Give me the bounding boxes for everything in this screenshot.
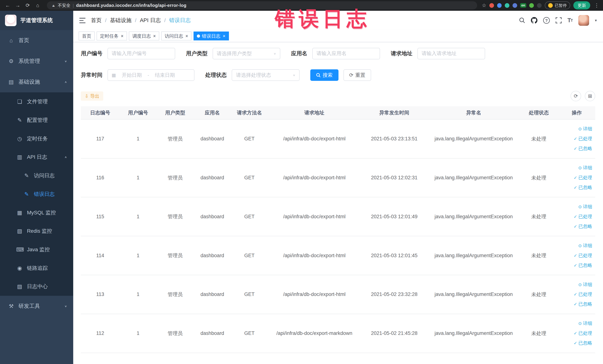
- check-icon: ✓: [574, 253, 577, 258]
- mark-ignored-link[interactable]: ✓已忽略: [560, 222, 592, 231]
- paused-badge[interactable]: 已暂停: [545, 1, 570, 9]
- view-icon: ⊙: [578, 282, 582, 287]
- user-type-select[interactable]: 请选择用户类型 ∨: [213, 48, 280, 59]
- hamburger-icon[interactable]: [79, 18, 85, 23]
- sidebar-item-system[interactable]: ⚙系统管理∨: [0, 51, 73, 71]
- refresh-table-button[interactable]: ⟳: [570, 91, 581, 101]
- sidebar: 芋道管理系统 ⌂首页⚙系统管理∨▤基础设施∧❏文件管理✎配置管理◷定时任务▥AP…: [0, 11, 73, 364]
- mark-processed-link[interactable]: ✓已处理: [560, 329, 592, 338]
- breadcrumb-item[interactable]: API 日志: [140, 17, 161, 24]
- font-size-icon[interactable]: TT: [568, 17, 573, 24]
- check-icon: ✓: [574, 146, 577, 151]
- extension-icon[interactable]: [529, 3, 534, 8]
- sidebar-item-access-log[interactable]: ✎访问日志: [0, 166, 73, 185]
- detail-link[interactable]: ⊙详细: [560, 202, 592, 212]
- tab-error-log[interactable]: 错误日志×: [194, 32, 229, 40]
- cell-status: 未处理: [520, 236, 558, 275]
- close-icon[interactable]: ×: [223, 34, 225, 38]
- forward-icon[interactable]: →: [13, 1, 23, 10]
- detail-link[interactable]: ⊙详细: [560, 163, 592, 173]
- cell-method: GET: [231, 236, 268, 275]
- view-icon: ⊙: [578, 321, 582, 326]
- help-icon[interactable]: ?: [543, 17, 550, 23]
- breadcrumb-item[interactable]: 首页: [91, 17, 102, 24]
- extension-icon[interactable]: [505, 3, 509, 8]
- url-bar[interactable]: ▲! 不安全 | dashboard.yudao.iocoder.cn/infr…: [47, 1, 477, 10]
- app-name-input[interactable]: [312, 48, 380, 59]
- extension-icon[interactable]: [537, 3, 542, 8]
- mark-processed-link[interactable]: ✓已处理: [560, 173, 592, 183]
- sidebar-item-log-center[interactable]: ▨日志中心: [0, 277, 73, 296]
- process-status-select[interactable]: 请选择处理状态 ∨: [232, 69, 300, 81]
- search-button[interactable]: 搜索: [310, 69, 338, 81]
- start-date-input[interactable]: [118, 72, 145, 78]
- export-button[interactable]: ⇩ 导出: [81, 91, 103, 101]
- reload-icon[interactable]: ⟳: [23, 1, 33, 10]
- avatar[interactable]: [578, 15, 589, 26]
- extension-icon[interactable]: [512, 3, 517, 8]
- detail-link[interactable]: ⊙详细: [560, 280, 592, 290]
- vpn-extension-badge[interactable]: on: [520, 3, 526, 8]
- sidebar-item-mysql[interactable]: ▦MySQL 监控: [0, 203, 73, 222]
- sidebar-item-error-log[interactable]: ✎错误日志: [0, 185, 73, 203]
- request-url-input[interactable]: [417, 48, 485, 59]
- security-warning-icon[interactable]: ▲!: [52, 3, 55, 7]
- end-date-input[interactable]: [151, 72, 178, 78]
- sidebar-item-config[interactable]: ✎配置管理: [0, 111, 73, 129]
- browser-menu-icon[interactable]: ⋮: [593, 2, 600, 8]
- sidebar-item-java[interactable]: ⌨Java 监控: [0, 240, 73, 259]
- mark-ignored-link[interactable]: ✓已忽略: [560, 299, 592, 309]
- bookmark-star-icon[interactable]: ☆: [482, 2, 486, 8]
- back-icon[interactable]: ←: [3, 1, 12, 10]
- detail-link[interactable]: ⊙详细: [560, 318, 592, 329]
- tab-access-log[interactable]: 访问日志×: [161, 32, 192, 40]
- column-settings-button[interactable]: ⊞: [585, 91, 595, 101]
- extension-icon[interactable]: [497, 3, 502, 8]
- mark-processed-link[interactable]: ✓已处理: [560, 289, 592, 299]
- breadcrumb-item[interactable]: 基础设施: [110, 17, 131, 24]
- mark-ignored-link[interactable]: ✓已忽略: [560, 183, 592, 192]
- cell-status: 未处理: [520, 314, 558, 353]
- fullscreen-icon[interactable]: [556, 17, 562, 23]
- browser-update-button[interactable]: 更新: [573, 1, 590, 9]
- extension-icon[interactable]: [489, 3, 494, 8]
- mark-ignored-link[interactable]: ✓已忽略: [560, 260, 592, 270]
- mark-processed-link[interactable]: ✓已处理: [560, 134, 592, 144]
- tab-job[interactable]: 定时任务×: [97, 32, 127, 40]
- sidebar-item-api-log[interactable]: ▥API 日志∧: [0, 148, 73, 166]
- date-range-picker[interactable]: ▦ -: [107, 69, 195, 81]
- close-icon[interactable]: ×: [185, 34, 188, 38]
- search-icon[interactable]: [519, 17, 525, 23]
- cell-method: GET: [231, 197, 268, 236]
- sidebar-item-infra[interactable]: ▤基础设施∧: [0, 71, 73, 92]
- detail-link[interactable]: ⊙详细: [560, 241, 592, 251]
- mark-ignored-link[interactable]: ✓已忽略: [560, 144, 592, 153]
- paused-label: 已暂停: [555, 3, 567, 8]
- sidebar-item-redis[interactable]: ▧Redis 监控: [0, 222, 73, 240]
- reset-button[interactable]: ⟳ 重置: [344, 69, 371, 81]
- tab-job-log[interactable]: 调度日志×: [129, 32, 159, 40]
- browser-home-icon[interactable]: ⌂: [33, 1, 42, 10]
- mark-processed-link[interactable]: ✓已处理: [560, 212, 592, 222]
- mark-processed-link[interactable]: ✓已处理: [560, 251, 592, 260]
- logo[interactable]: 芋道管理系统: [0, 11, 73, 30]
- detail-link[interactable]: ⊙详细: [560, 124, 592, 134]
- sidebar-item-home[interactable]: ⌂首页: [0, 30, 73, 51]
- mark-ignored-link[interactable]: ✓已忽略: [560, 338, 592, 348]
- tab-home[interactable]: 首页: [79, 32, 95, 40]
- sidebar-item-job[interactable]: ◷定时任务: [0, 129, 73, 148]
- close-icon[interactable]: ×: [121, 34, 124, 38]
- table-row: 1121管理员dashboardGET/api/infra/db-doc/exp…: [81, 314, 595, 353]
- user-id-input[interactable]: [107, 48, 175, 59]
- infra-icon: ▤: [8, 79, 15, 85]
- filter-user-id: 用户编号: [81, 48, 175, 59]
- close-icon[interactable]: ×: [153, 34, 156, 38]
- sidebar-item-devtools[interactable]: ⚒研发工具∨: [0, 296, 73, 317]
- sidebar-item-file[interactable]: ❏文件管理: [0, 92, 73, 111]
- tab-label: 首页: [82, 33, 91, 39]
- caret-down-icon[interactable]: ▾: [595, 18, 597, 23]
- cell-request-url: /api/infra/db-doc/export-markdown: [268, 314, 361, 353]
- github-icon[interactable]: [531, 17, 537, 23]
- sidebar-item-trace[interactable]: ◉链路追踪: [0, 259, 73, 277]
- cell-user-id: 1: [120, 314, 157, 353]
